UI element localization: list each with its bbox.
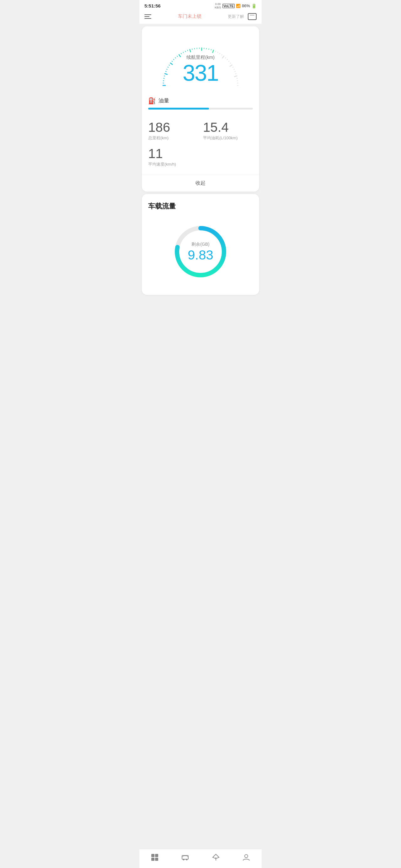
car-icon — [181, 853, 190, 862]
data-circle-value: 9.83 — [188, 249, 213, 262]
svg-line-14 — [234, 76, 237, 76]
svg-line-13 — [236, 73, 236, 74]
svg-line-28 — [169, 65, 170, 65]
fuel-title: 油量 — [159, 97, 169, 104]
svg-line-30 — [172, 61, 173, 61]
data-circle: 剩余(GB) 9.83 — [172, 223, 229, 280]
update-text: 更新了解 — [228, 14, 244, 20]
data-card: 车载流量 剩余(GB) 9.83 — [142, 194, 259, 295]
svg-line-24 — [165, 73, 167, 74]
svg-line-31 — [174, 59, 174, 60]
stat-distance-label: 总里程(km) — [148, 135, 198, 141]
svg-line-0 — [216, 51, 216, 52]
menu-button[interactable] — [144, 14, 151, 19]
data-card-title: 车载流量 — [148, 202, 253, 211]
svg-line-27 — [168, 67, 168, 67]
stat-speed-value: 11 — [148, 147, 198, 160]
svg-line-35 — [181, 53, 181, 54]
svg-line-48 — [211, 50, 211, 50]
svg-line-5 — [225, 58, 226, 58]
main-card: 续航里程(km) 331 ⛽ 油量 186 总里程(km) 15.4 平均油耗(… — [142, 26, 259, 192]
status-time: 5:51:56 — [144, 3, 161, 8]
svg-line-6 — [227, 59, 227, 60]
fuel-section: ⛽ 油量 — [142, 95, 259, 115]
svg-point-59 — [245, 855, 248, 858]
stat-distance-value: 186 — [148, 121, 198, 134]
svg-point-58 — [186, 859, 188, 861]
signal-icon: 📶 — [236, 4, 240, 8]
svg-line-36 — [183, 52, 183, 53]
gauge-center: 续航里程(km) 331 — [183, 55, 218, 84]
stat-speed: 11 平均速度(km/h) — [148, 147, 198, 167]
svg-line-1 — [218, 52, 218, 53]
svg-line-2 — [220, 53, 220, 54]
svg-line-32 — [175, 58, 175, 58]
svg-line-11 — [234, 69, 234, 69]
scan-icon[interactable] — [248, 13, 257, 20]
svg-line-9 — [230, 65, 232, 66]
svg-line-38 — [188, 50, 188, 51]
svg-line-37 — [185, 51, 185, 52]
gauge-wrapper: 续航里程(km) 331 — [153, 34, 248, 87]
stat-distance: 186 总里程(km) — [148, 121, 198, 141]
svg-line-49 — [213, 50, 214, 53]
fuel-header: ⛽ 油量 — [148, 97, 253, 104]
nav-navigate[interactable] — [211, 853, 220, 862]
svg-line-10 — [233, 67, 233, 67]
svg-line-34 — [179, 55, 180, 57]
svg-line-39 — [190, 50, 191, 52]
data-circle-inner: 剩余(GB) 9.83 — [188, 242, 213, 262]
svg-line-23 — [164, 76, 165, 76]
nav-car[interactable] — [181, 853, 190, 862]
bottom-nav — [139, 849, 262, 868]
fuel-bar-fill — [148, 108, 209, 110]
svg-line-4 — [223, 56, 224, 58]
gauge-value: 331 — [183, 62, 218, 84]
stat-fuel-value: 15.4 — [203, 121, 253, 134]
stat-speed-label: 平均速度(km/h) — [148, 161, 198, 167]
fuel-bar-bg — [148, 108, 253, 110]
svg-line-29 — [170, 63, 172, 64]
battery-icon: 🔋 — [251, 3, 257, 8]
gauge-section: 续航里程(km) 331 — [142, 26, 259, 95]
gauge-label: 续航里程(km) — [183, 55, 218, 60]
svg-line-33 — [177, 56, 177, 57]
svg-rect-54 — [151, 858, 154, 861]
header-right: 更新了解 — [228, 13, 257, 20]
navigate-icon — [211, 853, 220, 862]
header: 车门未上锁 更新了解 — [139, 11, 262, 24]
header-warning: 车门未上锁 — [178, 13, 201, 20]
data-circle-wrapper: 剩余(GB) 9.83 — [148, 218, 253, 287]
stat-fuel-label: 平均油耗(L/100km) — [203, 135, 253, 141]
volte-icon: VoLTE — [223, 4, 235, 8]
status-right: 0.00 KB/S VoLTE 📶 86% 🔋 — [214, 2, 257, 9]
svg-rect-52 — [151, 854, 154, 857]
menu-line-2 — [144, 16, 149, 17]
menu-line-1 — [144, 14, 151, 15]
menu-line-3 — [144, 18, 151, 19]
battery-text: 86% — [242, 3, 250, 8]
network-speed: 0.00 KB/S — [214, 2, 221, 9]
svg-rect-53 — [155, 854, 158, 857]
svg-line-25 — [166, 71, 166, 72]
profile-icon — [242, 853, 251, 862]
stats-grid: 186 总里程(km) 15.4 平均油耗(L/100km) 11 平均速度(k… — [142, 115, 259, 169]
svg-line-7 — [229, 61, 229, 61]
status-bar: 5:51:56 0.00 KB/S VoLTE 📶 86% 🔋 — [139, 0, 262, 11]
svg-line-26 — [167, 69, 167, 69]
collapse-button[interactable]: 收起 — [142, 175, 259, 192]
svg-line-12 — [235, 71, 235, 72]
stat-fuel-consumption: 15.4 平均油耗(L/100km) — [203, 121, 253, 141]
nav-home[interactable] — [150, 853, 159, 862]
data-circle-label: 剩余(GB) — [188, 242, 213, 247]
svg-line-8 — [230, 63, 231, 63]
nav-profile[interactable] — [242, 853, 251, 862]
fuel-icon: ⛽ — [148, 97, 156, 104]
svg-point-57 — [183, 859, 184, 861]
home-icon — [150, 853, 159, 862]
svg-rect-55 — [155, 858, 158, 861]
svg-line-3 — [222, 55, 222, 55]
